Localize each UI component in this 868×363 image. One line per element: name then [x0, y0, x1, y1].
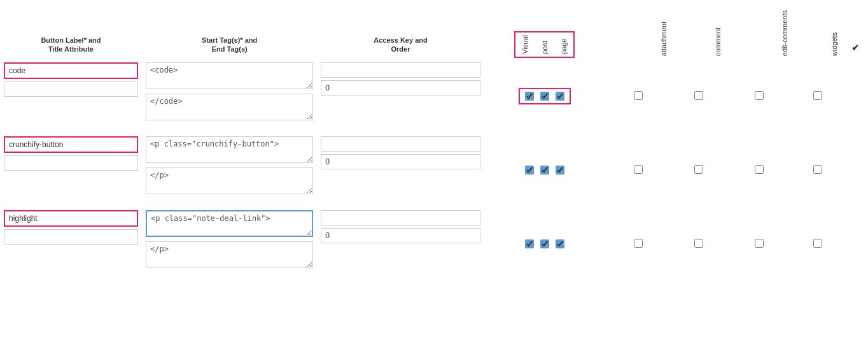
comment-checkbox-cell-row-highlight: [672, 206, 726, 273]
row-spacer: [0, 125, 868, 132]
widgets-checkbox-cell-row-highlight: [793, 206, 843, 273]
attachment-checkbox-row-code[interactable]: [634, 91, 643, 100]
page-checkbox-row-crunchify[interactable]: [556, 166, 564, 174]
label-cell-row-code: [0, 59, 142, 125]
header-comment: comment: [672, 6, 726, 59]
widgets-checkbox-cell-row-crunchify: [793, 132, 843, 199]
start-end-tag-cell-row-crunchify: <p class="crunchify-button"> </p>: [142, 132, 317, 199]
action-cell-row-code: [843, 59, 868, 125]
access-key-input-row-crunchify[interactable]: [321, 136, 480, 152]
widgets-checkbox-row-highlight[interactable]: [813, 239, 822, 248]
edit-comments-checkbox-cell-row-code: [726, 59, 793, 125]
header-attachment: attachment: [605, 6, 672, 59]
start-tag-textarea-row-highlight[interactable]: <p class="note-deal-link">: [146, 210, 313, 237]
header-vpp-group: Visual post page: [484, 6, 605, 59]
header-post: post: [535, 32, 554, 57]
row-spacer: [0, 273, 868, 280]
label-input-row-highlight[interactable]: [4, 210, 138, 227]
access-key-cell-row-crunchify: [317, 132, 484, 199]
table-row: <p class="note-deal-link"> </p>: [0, 206, 868, 273]
edit-comments-checkbox-cell-row-crunchify: [726, 132, 793, 199]
title-input-row-code[interactable]: [4, 82, 138, 97]
end-tag-textarea-row-highlight[interactable]: </p>: [146, 241, 313, 268]
vpp-checkbox-cell-row-highlight: [484, 206, 605, 273]
access-key-input-row-highlight[interactable]: [321, 210, 480, 225]
page-checkbox-row-code[interactable]: [556, 92, 564, 101]
end-tag-textarea-row-crunchify[interactable]: </p>: [146, 167, 313, 194]
post-checkbox-row-crunchify[interactable]: [540, 166, 549, 174]
widgets-checkbox-row-crunchify[interactable]: [813, 165, 822, 174]
header-widgets: widgets: [793, 6, 843, 59]
end-tag-textarea-row-code[interactable]: </code>: [146, 94, 313, 120]
edit-comments-checkbox-row-code[interactable]: [755, 91, 764, 100]
order-input-row-crunchify[interactable]: [321, 154, 480, 169]
order-input-row-highlight[interactable]: [321, 228, 480, 243]
label-cell-row-crunchify: [0, 132, 142, 199]
vpp-checkbox-cell-row-code: [484, 59, 605, 125]
header-page: page: [554, 32, 573, 57]
comment-checkbox-cell-row-crunchify: [672, 132, 726, 199]
main-table-container: Button Label* and Title Attribute Start …: [0, 0, 868, 287]
label-input-row-crunchify[interactable]: [4, 136, 138, 153]
header-edit-comments: edit-comments: [726, 6, 793, 59]
header-visual: Visual: [515, 32, 535, 57]
edit-comments-checkbox-cell-row-highlight: [726, 206, 793, 273]
vpp-checkbox-cell-row-crunchify: [484, 132, 605, 199]
header-start-tag: Start Tag(s)* and End Tag(s): [142, 6, 317, 59]
label-input-row-code[interactable]: [4, 62, 138, 79]
comment-checkbox-row-highlight[interactable]: [694, 239, 703, 248]
visual-checkbox-row-highlight[interactable]: [525, 239, 534, 248]
access-key-cell-row-highlight: [317, 206, 484, 273]
attachment-checkbox-cell-row-crunchify: [605, 132, 672, 199]
start-end-tag-cell-row-code: <code> </code>: [142, 59, 317, 125]
edit-comments-checkbox-row-highlight[interactable]: [755, 239, 764, 248]
widgets-checkbox-row-code[interactable]: [813, 91, 822, 100]
attachment-checkbox-cell-row-code: [605, 59, 672, 125]
comment-checkbox-cell-row-code: [672, 59, 726, 125]
row-spacer: [0, 199, 868, 206]
header-access-key: Access Key and Order: [317, 6, 484, 59]
title-input-row-crunchify[interactable]: [4, 155, 138, 171]
label-cell-row-highlight: [0, 206, 142, 273]
post-checkbox-row-highlight[interactable]: [540, 239, 549, 248]
page-checkbox-row-highlight[interactable]: [556, 239, 564, 248]
start-tag-textarea-row-code[interactable]: <code>: [146, 62, 313, 89]
post-checkbox-row-code[interactable]: [540, 92, 549, 101]
title-input-row-highlight[interactable]: [4, 229, 138, 245]
table-row: <p class="crunchify-button"> </p>: [0, 132, 868, 199]
header-checkmark: ✔: [843, 6, 868, 59]
action-cell-row-crunchify: [843, 132, 868, 199]
access-key-input-row-code[interactable]: [321, 62, 480, 78]
visual-checkbox-row-crunchify[interactable]: [525, 166, 534, 174]
comment-checkbox-row-code[interactable]: [694, 91, 703, 100]
start-tag-textarea-row-crunchify[interactable]: <p class="crunchify-button">: [146, 136, 313, 163]
attachment-checkbox-row-highlight[interactable]: [634, 239, 643, 248]
header-button-label: Button Label* and Title Attribute: [0, 6, 142, 59]
order-input-row-code[interactable]: [321, 80, 480, 96]
action-cell-row-highlight: [843, 206, 868, 273]
start-end-tag-cell-row-highlight: <p class="note-deal-link"> </p>: [142, 206, 317, 273]
table-row: <code> </code>: [0, 59, 868, 125]
attachment-checkbox-row-crunchify[interactable]: [634, 165, 643, 174]
edit-comments-checkbox-row-crunchify[interactable]: [755, 165, 764, 174]
attachment-checkbox-cell-row-highlight: [605, 206, 672, 273]
comment-checkbox-row-crunchify[interactable]: [694, 165, 703, 174]
visual-checkbox-row-code[interactable]: [525, 92, 534, 101]
widgets-checkbox-cell-row-code: [793, 59, 843, 125]
access-key-cell-row-code: [317, 59, 484, 125]
